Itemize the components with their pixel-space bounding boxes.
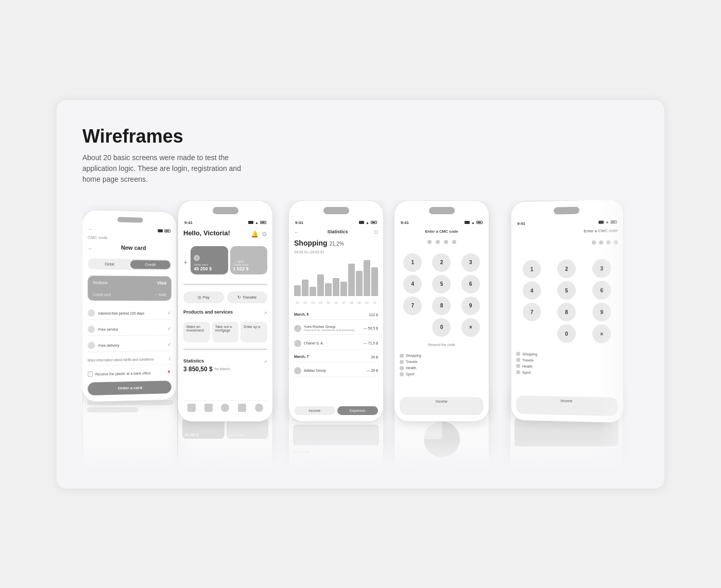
product-other[interactable]: Draw up a (241, 322, 267, 342)
key-5[interactable]: 5 (432, 275, 451, 293)
key-8[interactable]: 8 (432, 297, 451, 315)
key-r3[interactable]: 3 (592, 258, 611, 278)
tariffs-row: More information about tariffs and condi… (88, 354, 171, 365)
key-r8[interactable]: 8 (557, 302, 576, 321)
nav-home-icon[interactable] (187, 404, 196, 412)
income-btn-right[interactable]: Income (516, 395, 618, 416)
key-r9[interactable]: 9 (592, 302, 611, 321)
dot-r2 (599, 240, 603, 244)
income-filter[interactable]: Income (294, 406, 335, 415)
legend-dot-r-health (516, 364, 520, 368)
legend-sport: Sport (400, 372, 484, 376)
dot-r3 (607, 240, 611, 244)
wifi-5: ▲ (606, 220, 609, 223)
tx-yves-rocher[interactable]: Yves Rocher Group Payment for cosmetics … (294, 323, 378, 335)
key-r1[interactable]: 1 (523, 260, 541, 278)
wifi-3: ▲ (366, 221, 369, 224)
bar-5 (325, 283, 332, 296)
back-icon-3[interactable]: ← (294, 229, 299, 235)
battery-4 (476, 221, 483, 224)
dot-r4 (614, 240, 618, 244)
notification-icon[interactable]: 🔔 (251, 231, 259, 238)
key-empty (403, 318, 422, 337)
bar-4 (317, 274, 324, 296)
key-1[interactable]: 1 (403, 253, 422, 272)
pay-button[interactable]: ◎Pay (183, 291, 224, 303)
main-container: Wireframes About 20 basic screens were m… (57, 100, 664, 489)
add-card-icon[interactable]: + (183, 258, 187, 266)
reissue-amount: 45,250 $ (293, 449, 379, 454)
checkbox-row[interactable]: ✓ Receive the plastic at a bank office 📍 (88, 367, 171, 379)
legend-dot-health (400, 366, 404, 370)
key-6[interactable]: 6 (461, 275, 480, 293)
key-3[interactable]: 3 (461, 253, 480, 272)
avatar-yves (294, 325, 301, 332)
bar-6 (333, 278, 339, 296)
key-delete[interactable]: × (461, 318, 480, 337)
legend-shopping: Shopping (400, 354, 484, 358)
page-description: About 20 basic screens were made to test… (82, 152, 247, 185)
bar-9 (356, 271, 363, 296)
checkbox[interactable]: ✓ (88, 371, 93, 376)
cmc-dots-row (400, 240, 484, 244)
credit-card-thumb[interactable]: ···· 0022 Credit card 1 522 $ (230, 246, 267, 274)
back-icon[interactable]: ← (88, 245, 93, 251)
screen-title: New card (121, 244, 146, 251)
tx-chanel[interactable]: Chanel S. A. — 71,5 $ (294, 338, 378, 350)
stats-expand-icon[interactable]: ↗ (263, 359, 267, 365)
key-r2[interactable]: 2 (557, 259, 576, 278)
tab-debit[interactable]: Debit (89, 260, 130, 269)
key-r4[interactable]: 4 (523, 281, 541, 300)
check-icon: ✓ (167, 310, 171, 315)
nav-profile-icon[interactable] (255, 404, 263, 412)
reissue-card (293, 425, 379, 445)
numpad: 1 2 3 4 5 6 7 8 9 0 × (400, 253, 484, 337)
key-r6[interactable]: 6 (592, 281, 611, 299)
product-cards: Make an investment Take out a mortgage D… (183, 322, 267, 342)
tab-credit[interactable]: Credit (130, 260, 170, 269)
screenshot-icon[interactable]: ⊡ (374, 229, 378, 235)
nav-scan-icon[interactable] (221, 404, 229, 412)
legend-r-shopping: Shopping (516, 352, 618, 357)
top-pill (117, 217, 143, 222)
key-7[interactable]: 7 (403, 297, 422, 315)
download-icon: ⬇ (168, 356, 171, 361)
time-3: 9:41 (295, 220, 303, 225)
product-invest[interactable]: Make an investment (183, 322, 210, 342)
key-0[interactable]: 0 (432, 318, 451, 337)
tx-march6-header: March, 6 122 $ (294, 310, 378, 320)
order-card-button[interactable]: Order a card (88, 381, 171, 395)
key-r-delete[interactable]: × (592, 324, 611, 343)
dot-r1 (592, 240, 596, 245)
tx-adidas[interactable]: Adidas Group — 26 $ (294, 365, 378, 377)
key-r5[interactable]: 5 (557, 281, 576, 299)
transfer-button[interactable]: ↻Transfer (227, 291, 268, 303)
status-bar: • • (88, 228, 171, 232)
check-icon-3: ✓ (167, 342, 171, 347)
debit-card-thumb[interactable]: ✓ Debit card 45 250 $ (191, 246, 228, 274)
key-4[interactable]: 4 (403, 275, 422, 293)
resend-code[interactable]: Resend the code (400, 343, 484, 347)
nav-card-icon[interactable] (204, 404, 213, 412)
tx-filter-row: Income Expences (294, 406, 378, 415)
key-2[interactable]: 2 (432, 253, 451, 272)
key-r7[interactable]: 7 (523, 303, 541, 321)
key-9[interactable]: 9 (461, 297, 480, 315)
expenses-filter[interactable]: Expences (337, 406, 379, 415)
donut-amount: 3,850 $.50 (399, 464, 485, 468)
expand-icon[interactable]: ↗ (263, 310, 267, 316)
product-mortgage[interactable]: Take out a mortgage (212, 322, 239, 342)
legend-dot-sport (400, 372, 404, 376)
settings-icon-2[interactable]: ⚙ (262, 231, 267, 238)
bar-1 (294, 285, 301, 296)
nav-grid-icon[interactable] (238, 404, 246, 412)
donut-chart (424, 421, 460, 457)
key-r0[interactable]: 0 (557, 324, 576, 342)
page-title: Wireframes (82, 126, 639, 147)
feature-interest: Interest-free period 100 days ✓ (88, 306, 171, 319)
avatar-adidas (294, 367, 301, 374)
transfer-icon: ↻ (237, 295, 241, 300)
status-bar-3: 9:41 ▲ (294, 220, 378, 225)
income-btn-bottom[interactable]: Income (400, 397, 484, 415)
dot-3 (444, 240, 448, 244)
